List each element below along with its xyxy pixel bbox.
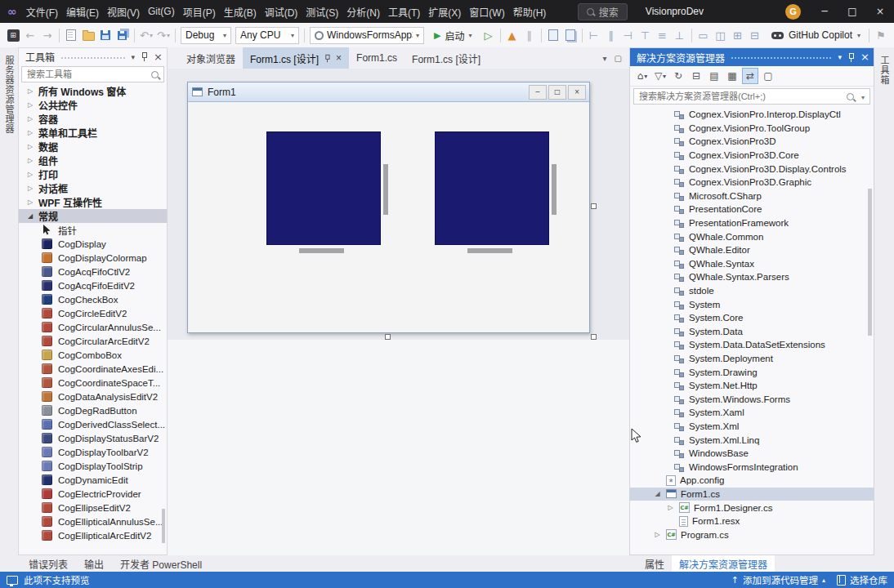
tool-tab-0[interactable]: 属性 <box>637 555 672 572</box>
reference-item[interactable]: System.Deployment <box>630 352 874 366</box>
filter-icon[interactable]: ▽▾ <box>652 68 668 84</box>
quick-search-box[interactable]: 搜索 <box>578 3 628 20</box>
send-feedback-icon[interactable]: ⚑ <box>873 26 889 44</box>
github-copilot-button[interactable]: GitHub Copilot▾ <box>767 29 865 41</box>
close-icon[interactable]: × <box>860 53 869 61</box>
chevron-expanded-icon[interactable]: ◢ <box>653 490 662 497</box>
file-item[interactable]: Form1.resx <box>630 514 874 528</box>
pin-icon[interactable] <box>324 54 331 61</box>
panel-tab-2[interactable]: 开发者 PowerShell <box>113 555 209 572</box>
menu-item-5[interactable]: 生成(B) <box>220 5 261 19</box>
break-all-icon[interactable]: ∥ <box>521 26 538 44</box>
add-to-source-control-button[interactable]: ↑ 添加到源代码管理 ▴ <box>731 573 825 586</box>
cog-display-control-2[interactable] <box>435 131 549 245</box>
toolbox-item[interactable]: CogEllipticalArcEditV2 <box>19 528 167 542</box>
reference-item[interactable]: System.Data.DataSetExtensions <box>630 338 874 352</box>
reference-item[interactable]: System.Xaml <box>630 406 874 420</box>
editor-tab-2[interactable]: Form1.cs <box>349 47 405 69</box>
solution-scrollbar[interactable] <box>868 189 872 336</box>
reference-item[interactable]: System.Net.Http <box>630 379 874 393</box>
window-position-icon[interactable]: ▾ <box>838 53 843 61</box>
toolbox-search-input[interactable] <box>21 66 164 82</box>
redo-icon[interactable]: ↷▾ <box>155 26 172 44</box>
reference-item[interactable]: System.Xml <box>630 420 874 434</box>
chevron-right-icon[interactable]: ▷ <box>653 531 662 538</box>
start-debugging-button[interactable]: ▶启动▾ <box>428 26 478 44</box>
designed-form[interactable]: Form1 ─ □ × <box>187 82 590 333</box>
file-item[interactable]: App.config <box>630 474 874 488</box>
align-centers-icon[interactable]: ∥ <box>603 26 619 44</box>
toolbox-item[interactable]: CogDisplayToolStrip <box>19 459 167 473</box>
reference-item[interactable]: PresentationCore <box>630 203 874 216</box>
toolbox-item[interactable]: CogAcqFifoEditV2 <box>19 278 167 292</box>
startup-projects-dropdown[interactable]: WindowsFormsApp3▾ <box>310 27 424 44</box>
reference-item[interactable]: Cognex.VisionPro3D.Graphic <box>630 176 874 189</box>
solution-platforms-dropdown[interactable]: Any CPU▾ <box>235 27 299 44</box>
tool-tab-1[interactable]: 解决方案资源管理器 <box>672 555 775 572</box>
refresh-icon[interactable]: ↻ <box>670 68 686 84</box>
open-file-icon[interactable] <box>80 26 96 44</box>
reference-item[interactable]: Cognex.VisionPro3D.Display.Controls <box>630 162 874 176</box>
toolbox-category-6[interactable]: ▷打印 <box>19 167 167 181</box>
menu-item-4[interactable]: 项目(P) <box>179 5 220 19</box>
toolbox-item[interactable]: CogCircularAnnulusSe... <box>19 320 167 334</box>
select-repository-button[interactable]: 选择仓库 <box>837 573 887 586</box>
menu-item-1[interactable]: 编辑(E) <box>62 5 103 19</box>
toolbox-item[interactable]: CogCircleEditV2 <box>19 306 167 320</box>
code-view-icon[interactable] <box>562 26 579 44</box>
toolbox-category-8[interactable]: ▷WPF 互操作性 <box>19 195 167 209</box>
reference-item[interactable]: System.Windows.Forms <box>630 392 874 406</box>
toolbox-category-5[interactable]: ▷组件 <box>19 154 167 167</box>
cog-display-control-1[interactable] <box>266 131 381 245</box>
reference-item[interactable]: QWhale.Syntax <box>630 257 874 271</box>
toolbox-category-2[interactable]: ▷容器 <box>19 112 167 126</box>
reference-item[interactable]: System <box>630 297 874 311</box>
reference-item[interactable]: Microsoft.CSharp <box>630 189 874 203</box>
new-query-icon[interactable] <box>545 26 561 44</box>
solution-search-input[interactable] <box>633 88 870 105</box>
make-same-size-icon[interactable]: ◫ <box>713 26 729 44</box>
sync-with-active-document-icon[interactable]: ⇄ <box>742 68 758 84</box>
editor-tab-1[interactable]: Form1.cs [设计]× <box>243 47 349 69</box>
float-tab-icon[interactable]: ▢ <box>615 54 622 63</box>
file-item[interactable]: ▷Form1.Designer.cs <box>630 501 874 514</box>
toolbox-category-active[interactable]: ◢常规 <box>19 209 167 223</box>
solution-configurations-dropdown[interactable]: Debug▾ <box>181 27 231 44</box>
collapse-all-icon[interactable]: ⊟ <box>688 68 704 84</box>
properties-icon[interactable]: ▦ <box>724 68 740 84</box>
switch-views-icon[interactable]: ⌂▾ <box>634 68 650 84</box>
toolbox-item[interactable]: CogDisplayToolbarV2 <box>19 445 167 459</box>
make-same-width-icon[interactable]: ▭ <box>695 26 712 44</box>
menu-item-11[interactable]: 窗口(W) <box>465 5 508 19</box>
chevron-right-icon[interactable]: ▷ <box>666 504 675 511</box>
toolbox-category-4[interactable]: ▷数据 <box>19 140 167 154</box>
start-without-debugging-icon[interactable]: ▷ <box>481 26 497 44</box>
toolbox-item[interactable]: CogDataAnalysisEditV2 <box>19 390 167 403</box>
toolbox-item[interactable]: CogDynamicEdit <box>19 473 167 487</box>
save-icon[interactable] <box>97 26 114 44</box>
reference-item[interactable]: System.Xml.Linq <box>630 433 874 447</box>
pin-icon[interactable] <box>141 52 148 61</box>
navigate-back-icon[interactable]: ← <box>22 26 38 44</box>
toolbox-autohide-tab[interactable]: 工具箱 <box>878 56 891 85</box>
reference-item[interactable]: stdole <box>630 284 874 298</box>
reference-item[interactable]: WindowsBase <box>630 447 874 461</box>
menu-item-9[interactable]: 工具(T) <box>384 5 424 19</box>
reference-item[interactable]: Cognex.VisionPro3D <box>630 135 874 149</box>
toolbox-scrollbar[interactable] <box>162 509 165 543</box>
editor-tab-0[interactable]: 对象浏览器 <box>179 47 243 69</box>
reference-item[interactable]: QWhale.Common <box>630 229 874 243</box>
reference-item[interactable]: System.Drawing <box>630 365 874 379</box>
menu-item-2[interactable]: 视图(V) <box>103 5 144 19</box>
toolbox-item[interactable]: CogEllipticalAnnulusSe... <box>19 514 167 528</box>
resize-handle-right[interactable] <box>591 203 597 209</box>
toolbox-category-7[interactable]: ▷对话框 <box>19 181 167 195</box>
show-all-files-icon[interactable]: ▤ <box>706 68 722 84</box>
account-avatar[interactable]: G <box>785 4 801 20</box>
reference-item[interactable]: Cognex.VisionPro.ToolGroup <box>630 122 874 136</box>
menu-item-12[interactable]: 帮助(H) <box>509 5 551 19</box>
navigate-forward-icon[interactable]: → <box>39 26 56 44</box>
toolbox-item[interactable]: CogDisplayStatusBarV2 <box>19 431 167 445</box>
toolbox-item[interactable]: CogCheckBox <box>19 292 167 306</box>
toolbox-item[interactable]: CogDisplayColormap <box>19 251 167 265</box>
